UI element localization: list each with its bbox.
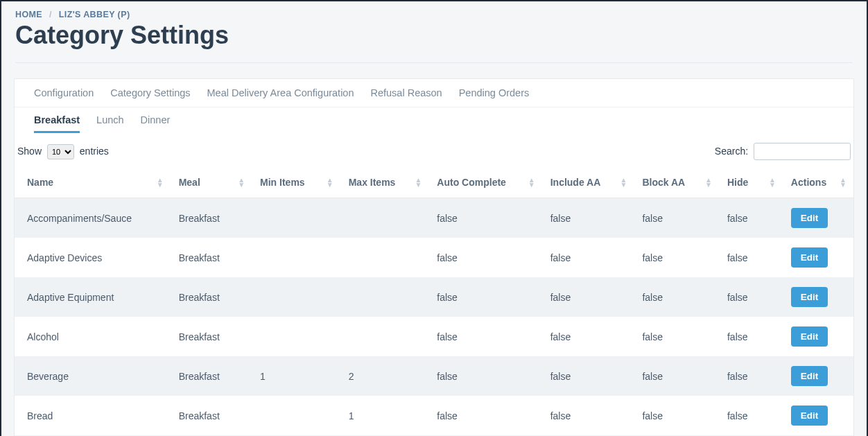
col-max-items[interactable]: Max Items ▲▼ xyxy=(340,167,429,198)
breadcrumb-home[interactable]: HOME xyxy=(15,10,42,19)
edit-button[interactable]: Edit xyxy=(791,247,828,268)
cell-name: Adaptive Equipment xyxy=(15,277,171,317)
table-row: BeverageBreakfast12falsefalsefalsefalseE… xyxy=(15,356,853,396)
col-hide-label: Hide xyxy=(727,177,748,188)
cell-min: 1 xyxy=(252,356,340,396)
col-min-label: Min Items xyxy=(260,177,305,188)
col-meal[interactable]: Meal ▲▼ xyxy=(171,167,252,198)
show-label-pre: Show xyxy=(17,146,42,157)
col-inc-label: Include AA xyxy=(550,177,601,188)
subtabs: Breakfast Lunch Dinner xyxy=(15,107,853,133)
show-label-post: entries xyxy=(80,146,109,157)
col-min-items[interactable]: Min Items ▲▼ xyxy=(252,167,340,198)
edit-button[interactable]: Edit xyxy=(791,326,828,347)
sort-icon: ▲▼ xyxy=(528,177,535,187)
subtab-dinner[interactable]: Dinner xyxy=(141,114,171,133)
tab-refusal-reason[interactable]: Refusal Reason xyxy=(370,87,442,98)
subtab-breakfast[interactable]: Breakfast xyxy=(34,114,80,133)
col-auto-label: Auto Complete xyxy=(437,177,506,188)
cell-auto: false xyxy=(428,317,541,356)
tab-category-settings[interactable]: Category Settings xyxy=(110,87,190,98)
sort-icon: ▲▼ xyxy=(840,177,847,187)
sort-icon: ▲▼ xyxy=(769,177,776,187)
col-block-aa[interactable]: Block AA ▲▼ xyxy=(634,167,719,198)
cell-meal: Breakfast xyxy=(171,238,252,277)
cell-block-aa: false xyxy=(634,277,719,317)
cell-name: Adaptive Devices xyxy=(15,238,171,277)
col-meal-label: Meal xyxy=(179,177,200,188)
cell-name: Beverage xyxy=(15,356,171,396)
col-include-aa[interactable]: Include AA ▲▼ xyxy=(542,167,634,198)
sort-icon: ▲▼ xyxy=(415,177,422,187)
subtab-lunch[interactable]: Lunch xyxy=(96,114,124,133)
tab-pending-orders[interactable]: Pending Orders xyxy=(459,87,530,98)
col-actions[interactable]: Actions ▲▼ xyxy=(783,167,853,198)
cell-meal: Breakfast xyxy=(171,198,252,238)
col-auto-complete[interactable]: Auto Complete ▲▼ xyxy=(428,167,541,198)
divider xyxy=(15,62,853,63)
table-row: Adaptive EquipmentBreakfastfalsefalsefal… xyxy=(15,277,853,317)
cell-auto: false xyxy=(428,198,541,238)
col-name-label: Name xyxy=(27,177,53,188)
cell-max: 2 xyxy=(340,356,429,396)
cell-name: Bread xyxy=(15,396,171,435)
cell-max xyxy=(340,238,429,277)
edit-button[interactable]: Edit xyxy=(791,406,828,426)
cell-min xyxy=(252,238,340,277)
category-table: Name ▲▼ Meal ▲▼ Min Items ▲▼ Max Items ▲… xyxy=(15,167,853,436)
cell-hide: false xyxy=(719,238,783,277)
edit-button[interactable]: Edit xyxy=(791,208,828,228)
cell-block-aa: false xyxy=(634,317,719,356)
sort-icon: ▲▼ xyxy=(705,177,712,187)
cell-hide: false xyxy=(719,396,783,435)
cell-auto: false xyxy=(428,396,541,435)
cell-max xyxy=(340,277,429,317)
cell-hide: false xyxy=(719,277,783,317)
cell-actions: Edit xyxy=(783,277,853,317)
cell-min xyxy=(252,277,340,317)
breadcrumb-sep: / xyxy=(49,10,52,19)
cell-meal: Breakfast xyxy=(171,396,252,435)
cell-min xyxy=(252,396,340,435)
cell-include-aa: false xyxy=(542,317,634,356)
cell-include-aa: false xyxy=(542,396,634,435)
edit-button[interactable]: Edit xyxy=(791,366,828,386)
cell-include-aa: false xyxy=(542,277,634,317)
tab-meal-delivery-area[interactable]: Meal Delivery Area Configuration xyxy=(207,87,354,98)
breadcrumb: HOME / LIZ'S ABBEY (P) xyxy=(15,10,853,19)
tabs-top: Configuration Category Settings Meal Del… xyxy=(15,79,853,107)
panel: Configuration Category Settings Meal Del… xyxy=(14,78,854,436)
table-row: AlcoholBreakfastfalsefalsefalsefalseEdit xyxy=(15,317,853,356)
cell-block-aa: false xyxy=(634,198,719,238)
cell-include-aa: false xyxy=(542,238,634,277)
cell-block-aa: false xyxy=(634,396,719,435)
search-input[interactable] xyxy=(754,143,851,160)
col-max-label: Max Items xyxy=(349,177,396,188)
sort-icon: ▲▼ xyxy=(157,177,164,187)
table-row: Accompaniments/SauceBreakfastfalsefalsef… xyxy=(15,198,853,238)
breadcrumb-facility[interactable]: LIZ'S ABBEY (P) xyxy=(59,10,130,19)
cell-auto: false xyxy=(428,238,541,277)
entries-select[interactable]: 10 xyxy=(47,144,74,159)
cell-actions: Edit xyxy=(783,396,853,435)
cell-actions: Edit xyxy=(783,356,853,396)
cell-hide: false xyxy=(719,356,783,396)
cell-max xyxy=(340,317,429,356)
cell-meal: Breakfast xyxy=(171,277,252,317)
col-name[interactable]: Name ▲▼ xyxy=(15,167,171,198)
cell-block-aa: false xyxy=(634,238,719,277)
cell-meal: Breakfast xyxy=(171,317,252,356)
col-hide[interactable]: Hide ▲▼ xyxy=(719,167,783,198)
cell-actions: Edit xyxy=(783,317,853,356)
edit-button[interactable]: Edit xyxy=(791,287,828,307)
cell-auto: false xyxy=(428,356,541,396)
cell-actions: Edit xyxy=(783,198,853,238)
cell-meal: Breakfast xyxy=(171,356,252,396)
cell-name: Accompaniments/Sauce xyxy=(15,198,171,238)
cell-include-aa: false xyxy=(542,198,634,238)
cell-min xyxy=(252,198,340,238)
sort-icon: ▲▼ xyxy=(327,177,333,187)
tab-configuration[interactable]: Configuration xyxy=(34,87,94,98)
cell-include-aa: false xyxy=(542,356,634,396)
cell-hide: false xyxy=(719,198,783,238)
